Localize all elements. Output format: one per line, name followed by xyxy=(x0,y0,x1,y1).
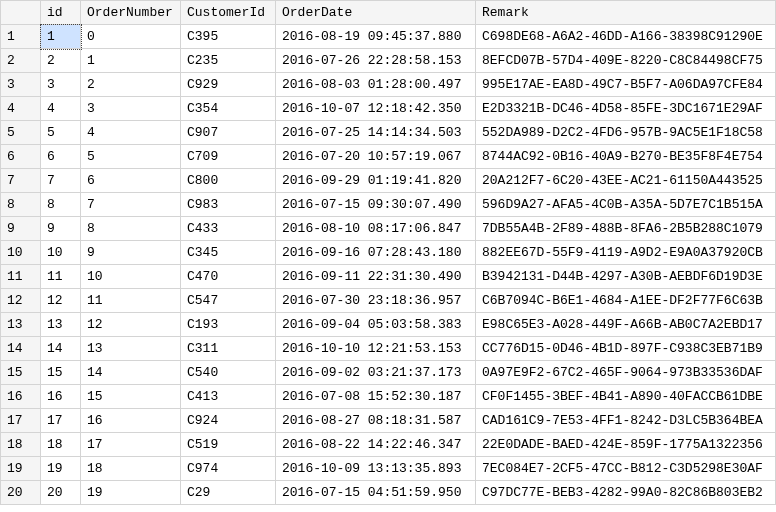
row-number-cell[interactable]: 12 xyxy=(1,289,41,313)
cell-orderdate[interactable]: 2016-09-04 05:03:58.383 xyxy=(276,313,476,337)
cell-id[interactable]: 4 xyxy=(41,97,81,121)
cell-remark[interactable]: 552DA989-D2C2-4FD6-957B-9AC5E1F18C58 xyxy=(476,121,776,145)
row-number-cell[interactable]: 13 xyxy=(1,313,41,337)
row-number-cell[interactable]: 8 xyxy=(1,193,41,217)
row-number-cell[interactable]: 16 xyxy=(1,385,41,409)
cell-customerid[interactable]: C929 xyxy=(181,73,276,97)
cell-orderdate[interactable]: 2016-08-27 08:18:31.587 xyxy=(276,409,476,433)
cell-customerid[interactable]: C800 xyxy=(181,169,276,193)
col-header-remark[interactable]: Remark xyxy=(476,1,776,25)
cell-remark[interactable]: C97DC77E-BEB3-4282-99A0-82C86B803EB2 xyxy=(476,481,776,505)
cell-id[interactable]: 9 xyxy=(41,217,81,241)
cell-orderdate[interactable]: 2016-07-26 22:28:58.153 xyxy=(276,49,476,73)
cell-orderdate[interactable]: 2016-07-25 14:14:34.503 xyxy=(276,121,476,145)
cell-remark[interactable]: 7DB55A4B-2F89-488B-8FA6-2B5B288C1079 xyxy=(476,217,776,241)
col-header-id[interactable]: id xyxy=(41,1,81,25)
row-number-cell[interactable]: 10 xyxy=(1,241,41,265)
row-number-header[interactable] xyxy=(1,1,41,25)
row-number-cell[interactable]: 17 xyxy=(1,409,41,433)
cell-customerid[interactable]: C433 xyxy=(181,217,276,241)
cell-ordernumber[interactable]: 5 xyxy=(81,145,181,169)
cell-orderdate[interactable]: 2016-08-03 01:28:00.497 xyxy=(276,73,476,97)
cell-orderdate[interactable]: 2016-07-15 04:51:59.950 xyxy=(276,481,476,505)
cell-remark[interactable]: 596D9A27-AFA5-4C0B-A35A-5D7E7C1B515A xyxy=(476,193,776,217)
cell-orderdate[interactable]: 2016-09-02 03:21:37.173 xyxy=(276,361,476,385)
cell-ordernumber[interactable]: 7 xyxy=(81,193,181,217)
cell-remark[interactable]: CF0F1455-3BEF-4B41-A890-40FACCB61DBE xyxy=(476,385,776,409)
cell-remark[interactable]: C6B7094C-B6E1-4684-A1EE-DF2F77F6C63B xyxy=(476,289,776,313)
cell-customerid[interactable]: C924 xyxy=(181,409,276,433)
cell-ordernumber[interactable]: 18 xyxy=(81,457,181,481)
cell-ordernumber[interactable]: 19 xyxy=(81,481,181,505)
cell-ordernumber[interactable]: 14 xyxy=(81,361,181,385)
col-header-orderdate[interactable]: OrderDate xyxy=(276,1,476,25)
col-header-customerid[interactable]: CustomerId xyxy=(181,1,276,25)
cell-id[interactable]: 1 xyxy=(41,25,81,49)
cell-id[interactable]: 14 xyxy=(41,337,81,361)
row-number-cell[interactable]: 19 xyxy=(1,457,41,481)
cell-remark[interactable]: B3942131-D44B-4297-A30B-AEBDF6D19D3E xyxy=(476,265,776,289)
cell-id[interactable]: 3 xyxy=(41,73,81,97)
cell-customerid[interactable]: C983 xyxy=(181,193,276,217)
table-row[interactable]: 443C3542016-10-07 12:18:42.350E2D3321B-D… xyxy=(1,97,776,121)
table-row[interactable]: 121211C5472016-07-30 23:18:36.957C6B7094… xyxy=(1,289,776,313)
cell-remark[interactable]: C698DE68-A6A2-46DD-A166-38398C91290E xyxy=(476,25,776,49)
col-header-ordernumber[interactable]: OrderNumber xyxy=(81,1,181,25)
row-number-cell[interactable]: 18 xyxy=(1,433,41,457)
row-number-cell[interactable]: 11 xyxy=(1,265,41,289)
table-row[interactable]: 887C9832016-07-15 09:30:07.490596D9A27-A… xyxy=(1,193,776,217)
row-number-cell[interactable]: 14 xyxy=(1,337,41,361)
cell-id[interactable]: 10 xyxy=(41,241,81,265)
table-row[interactable]: 776C8002016-09-29 01:19:41.82020A212F7-6… xyxy=(1,169,776,193)
cell-remark[interactable]: 20A212F7-6C20-43EE-AC21-61150A443525 xyxy=(476,169,776,193)
row-number-cell[interactable]: 3 xyxy=(1,73,41,97)
cell-remark[interactable]: 8EFCD07B-57D4-409E-8220-C8C84498CF75 xyxy=(476,49,776,73)
cell-orderdate[interactable]: 2016-10-07 12:18:42.350 xyxy=(276,97,476,121)
cell-remark[interactable]: CC776D15-0D46-4B1D-897F-C938C3EB71B9 xyxy=(476,337,776,361)
cell-orderdate[interactable]: 2016-07-08 15:52:30.187 xyxy=(276,385,476,409)
cell-customerid[interactable]: C907 xyxy=(181,121,276,145)
cell-customerid[interactable]: C709 xyxy=(181,145,276,169)
cell-orderdate[interactable]: 2016-07-15 09:30:07.490 xyxy=(276,193,476,217)
cell-remark[interactable]: 8744AC92-0B16-40A9-B270-BE35F8F4E754 xyxy=(476,145,776,169)
cell-ordernumber[interactable]: 3 xyxy=(81,97,181,121)
cell-customerid[interactable]: C395 xyxy=(181,25,276,49)
table-row[interactable]: 171716C9242016-08-27 08:18:31.587CAD161C… xyxy=(1,409,776,433)
cell-id[interactable]: 7 xyxy=(41,169,81,193)
table-row[interactable]: 554C9072016-07-25 14:14:34.503552DA989-D… xyxy=(1,121,776,145)
table-row[interactable]: 665C7092016-07-20 10:57:19.0678744AC92-0… xyxy=(1,145,776,169)
cell-orderdate[interactable]: 2016-08-10 08:17:06.847 xyxy=(276,217,476,241)
table-row[interactable]: 141413C3112016-10-10 12:21:53.153CC776D1… xyxy=(1,337,776,361)
cell-orderdate[interactable]: 2016-10-10 12:21:53.153 xyxy=(276,337,476,361)
cell-id[interactable]: 13 xyxy=(41,313,81,337)
cell-ordernumber[interactable]: 1 xyxy=(81,49,181,73)
cell-id[interactable]: 15 xyxy=(41,361,81,385)
table-row[interactable]: 181817C5192016-08-22 14:22:46.34722E0DAD… xyxy=(1,433,776,457)
cell-remark[interactable]: 7EC084E7-2CF5-47CC-B812-C3D5298E30AF xyxy=(476,457,776,481)
cell-ordernumber[interactable]: 15 xyxy=(81,385,181,409)
table-row[interactable]: 131312C1932016-09-04 05:03:58.383E98C65E… xyxy=(1,313,776,337)
row-number-cell[interactable]: 7 xyxy=(1,169,41,193)
table-row[interactable]: 10109C3452016-09-16 07:28:43.180882EE67D… xyxy=(1,241,776,265)
row-number-cell[interactable]: 15 xyxy=(1,361,41,385)
table-row[interactable]: 151514C5402016-09-02 03:21:37.1730A97E9F… xyxy=(1,361,776,385)
cell-id[interactable]: 12 xyxy=(41,289,81,313)
cell-orderdate[interactable]: 2016-09-11 22:31:30.490 xyxy=(276,265,476,289)
cell-ordernumber[interactable]: 6 xyxy=(81,169,181,193)
row-number-cell[interactable]: 6 xyxy=(1,145,41,169)
cell-id[interactable]: 11 xyxy=(41,265,81,289)
row-number-cell[interactable]: 9 xyxy=(1,217,41,241)
cell-customerid[interactable]: C354 xyxy=(181,97,276,121)
cell-customerid[interactable]: C540 xyxy=(181,361,276,385)
row-number-cell[interactable]: 2 xyxy=(1,49,41,73)
cell-remark[interactable]: E2D3321B-DC46-4D58-85FE-3DC1671E29AF xyxy=(476,97,776,121)
cell-orderdate[interactable]: 2016-09-16 07:28:43.180 xyxy=(276,241,476,265)
cell-orderdate[interactable]: 2016-07-30 23:18:36.957 xyxy=(276,289,476,313)
cell-ordernumber[interactable]: 11 xyxy=(81,289,181,313)
cell-id[interactable]: 19 xyxy=(41,457,81,481)
row-number-cell[interactable]: 5 xyxy=(1,121,41,145)
cell-id[interactable]: 6 xyxy=(41,145,81,169)
table-row[interactable]: 332C9292016-08-03 01:28:00.497995E17AE-E… xyxy=(1,73,776,97)
cell-customerid[interactable]: C470 xyxy=(181,265,276,289)
cell-id[interactable]: 2 xyxy=(41,49,81,73)
